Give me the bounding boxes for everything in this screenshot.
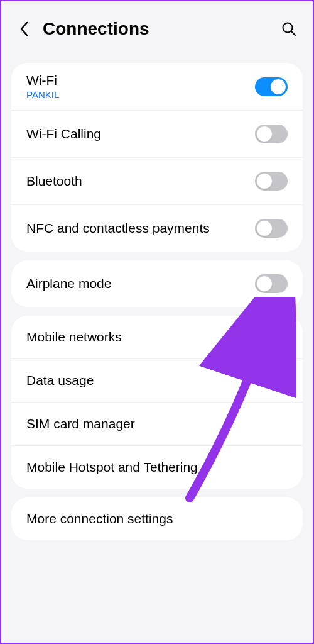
row-label: Mobile networks [26,330,288,345]
row-airplane-mode[interactable]: Airplane mode [11,260,303,307]
row-mobile-networks[interactable]: Mobile networks [11,316,303,359]
section-wireless: Wi-Fi PANKIL Wi-Fi Calling Bluetooth NFC… [11,63,303,252]
section-mobile: Mobile networks Data usage SIM card mana… [11,316,303,489]
row-nfc[interactable]: NFC and contactless payments [11,205,303,252]
row-hotspot[interactable]: Mobile Hotspot and Tethering [11,446,303,489]
row-label: SIM card manager [26,416,288,431]
wifi-toggle[interactable] [255,77,288,96]
nfc-toggle[interactable] [255,219,288,238]
row-data-usage[interactable]: Data usage [11,359,303,402]
row-label: Mobile Hotspot and Tethering [26,460,288,475]
bluetooth-toggle[interactable] [255,172,288,191]
chevron-left-icon [19,21,28,36]
row-label: Wi-Fi [26,73,255,88]
svg-line-1 [291,31,295,35]
row-label: Airplane mode [26,276,255,291]
row-label: More connection settings [26,511,288,526]
page-title: Connections [43,19,280,39]
row-label: NFC and contactless payments [26,221,255,236]
airplane-mode-toggle[interactable] [255,274,288,293]
row-wifi-calling[interactable]: Wi-Fi Calling [11,111,303,158]
row-more-settings[interactable]: More connection settings [11,497,303,540]
back-button[interactable] [16,21,31,36]
wifi-calling-toggle[interactable] [255,125,288,143]
section-more: More connection settings [11,497,303,540]
row-sim-manager[interactable]: SIM card manager [11,402,303,446]
row-label: Data usage [26,373,288,388]
wifi-network-name: PANKIL [26,89,255,100]
row-label: Bluetooth [26,174,255,189]
svg-point-0 [283,23,293,33]
row-label: Wi-Fi Calling [26,126,255,142]
header: Connections [1,1,313,52]
row-wifi[interactable]: Wi-Fi PANKIL [11,63,303,111]
search-icon [281,21,296,36]
row-bluetooth[interactable]: Bluetooth [11,158,303,205]
section-airplane: Airplane mode [11,260,303,307]
search-button[interactable] [280,20,298,38]
